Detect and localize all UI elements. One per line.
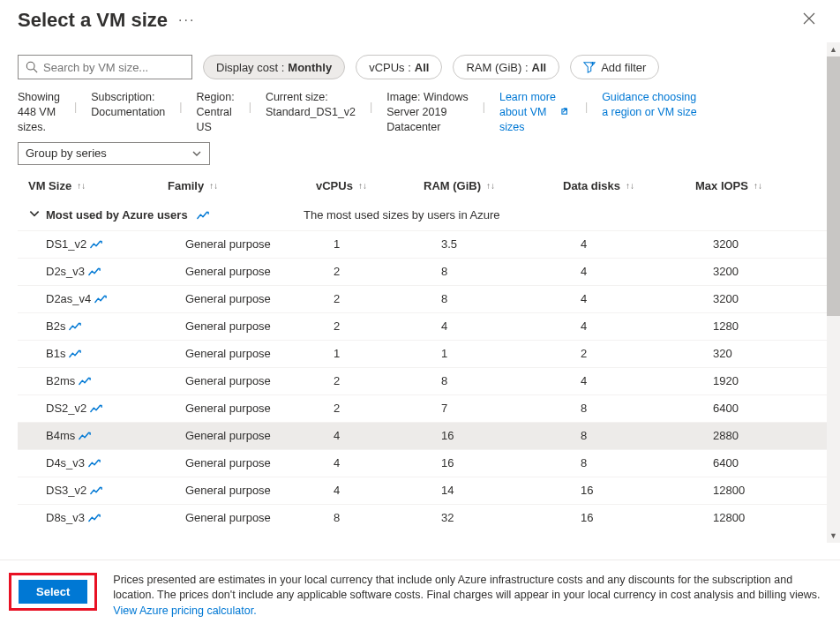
search-input[interactable] <box>43 61 184 74</box>
info-bar: Showing 448 VM sizes. | Subscription: Do… <box>0 90 827 142</box>
svg-line-1 <box>34 69 37 72</box>
trend-icon <box>90 239 102 250</box>
table-row[interactable]: DS1_v2General purpose13.543200 <box>18 230 827 258</box>
filter-ram[interactable]: RAM (GiB) : All <box>453 55 559 79</box>
link-text: Guidance choosing <box>602 90 697 105</box>
vm-name: D2as_v4 <box>46 292 91 305</box>
cell-vcpus: 1 <box>334 347 441 360</box>
trend-icon <box>90 403 102 414</box>
filter-display-cost[interactable]: Display cost : Monthly <box>203 55 345 79</box>
scroll-down-icon[interactable]: ▼ <box>827 529 840 543</box>
cell-family: General purpose <box>185 237 334 251</box>
cell-iops: 6400 <box>713 402 827 415</box>
table-row[interactable]: B4msGeneral purpose41682880 <box>18 422 827 449</box>
sort-icon: ↑↓ <box>358 181 367 191</box>
filter-value: All <box>532 61 547 74</box>
add-filter-button[interactable]: Add filter <box>570 55 659 79</box>
filter-value: All <box>415 61 430 74</box>
col-label: VM Size <box>28 179 71 192</box>
learn-more-link[interactable]: Learn more about VM sizes <box>499 90 556 135</box>
cell-ram: 8 <box>441 292 581 305</box>
col-label: Family <box>168 179 204 192</box>
group-description: The most used sizes by users in Azure <box>304 208 827 222</box>
external-link-icon <box>561 106 571 117</box>
footer-info: Prices presented are estimates in your l… <box>113 574 820 602</box>
cell-iops: 12800 <box>713 484 827 497</box>
scrollbar-track[interactable] <box>827 56 840 529</box>
cell-disks: 4 <box>581 237 713 251</box>
vm-name: DS3_v2 <box>46 484 86 497</box>
sort-icon: ↑↓ <box>486 181 495 191</box>
scrollbar-vertical[interactable]: ▲ ▼ <box>827 42 840 543</box>
cell-vcpus: 4 <box>334 484 441 497</box>
sort-icon: ↑↓ <box>754 181 762 191</box>
group-header[interactable]: Most used by Azure users The most used s… <box>18 200 827 230</box>
divider: | <box>585 90 588 113</box>
table-row[interactable]: D8s_v3General purpose8321612800 <box>18 504 827 531</box>
cell-iops: 1280 <box>713 319 827 333</box>
close-icon[interactable] <box>796 9 822 32</box>
cell-family: General purpose <box>185 484 334 497</box>
cell-iops: 320 <box>713 347 827 360</box>
cell-ram: 16 <box>441 456 581 469</box>
info-text: Image: Windows <box>386 90 468 105</box>
trend-icon <box>79 431 91 441</box>
dialog-footer: Select Prices presented are estimates in… <box>0 560 840 632</box>
col-max-iops[interactable]: Max IOPS↑↓ <box>695 179 819 192</box>
cell-vm-size: DS1_v2 <box>46 237 185 251</box>
divider: | <box>483 90 485 113</box>
col-label: Data disks <box>563 179 620 192</box>
info-image: Image: Windows Server 2019 Datacenter <box>386 90 468 135</box>
chevron-down-icon <box>191 148 202 159</box>
pricing-calculator-link[interactable]: View Azure pricing calculator. <box>113 605 256 617</box>
cell-iops: 6400 <box>713 456 827 469</box>
table-row[interactable]: B2msGeneral purpose2841920 <box>18 367 827 394</box>
col-family[interactable]: Family↑↓ <box>168 179 316 192</box>
cell-vm-size: D2s_v3 <box>46 265 185 278</box>
table-row[interactable]: D4s_v3General purpose41686400 <box>18 449 827 477</box>
group-by-dropdown[interactable]: Group by series <box>18 142 210 165</box>
info-text: Showing <box>18 90 60 105</box>
cell-family: General purpose <box>185 292 334 305</box>
cell-vcpus: 2 <box>334 374 441 387</box>
link-text: about VM <box>499 105 556 120</box>
table-row[interactable]: DS3_v2General purpose4141612800 <box>18 477 827 504</box>
guidance-link[interactable]: Guidance choosing a region or VM size <box>602 90 697 135</box>
cell-vm-size: B1s <box>46 347 185 360</box>
cell-disks: 2 <box>581 347 713 360</box>
col-ram[interactable]: RAM (GiB)↑↓ <box>424 179 563 192</box>
scroll-up-icon[interactable]: ▲ <box>827 42 840 56</box>
scrollbar-thumb[interactable] <box>827 56 840 316</box>
cell-vcpus: 8 <box>334 511 441 524</box>
col-data-disks[interactable]: Data disks↑↓ <box>563 179 695 192</box>
search-input-wrap[interactable] <box>18 55 192 79</box>
cell-family: General purpose <box>185 347 334 360</box>
more-icon[interactable]: ··· <box>178 12 195 28</box>
col-vcpus[interactable]: vCPUs↑↓ <box>316 179 424 192</box>
col-vm-size[interactable]: VM Size↑↓ <box>28 179 168 192</box>
info-text: US <box>197 120 235 135</box>
vm-name: B4ms <box>46 429 75 442</box>
info-text: Current size: <box>266 90 356 105</box>
vm-name: B2s <box>46 319 65 333</box>
cell-vcpus: 2 <box>334 292 441 305</box>
cell-vcpus: 2 <box>334 402 441 415</box>
table-row[interactable]: D2s_v3General purpose2843200 <box>18 258 827 285</box>
cell-vcpus: 1 <box>334 237 441 251</box>
vm-name: B1s <box>46 347 65 360</box>
filter-vcpus[interactable]: vCPUs : All <box>356 55 442 79</box>
divider: | <box>370 90 372 113</box>
trend-icon <box>88 458 101 469</box>
table-row[interactable]: D2as_v4General purpose2843200 <box>18 285 827 312</box>
vm-name: D8s_v3 <box>46 511 85 524</box>
cell-disks: 4 <box>581 374 713 387</box>
search-icon <box>26 61 38 73</box>
cell-family: General purpose <box>185 402 334 415</box>
table-row[interactable]: B1sGeneral purpose112320 <box>18 340 827 367</box>
sort-icon: ↑↓ <box>209 181 218 191</box>
table-row[interactable]: B2sGeneral purpose2441280 <box>18 312 827 340</box>
table-row[interactable]: DS2_v2General purpose2786400 <box>18 394 827 422</box>
select-button[interactable]: Select <box>19 580 87 604</box>
content-scroll: Display cost : Monthly vCPUs : All RAM (… <box>0 42 827 543</box>
cell-iops: 12800 <box>713 511 827 524</box>
